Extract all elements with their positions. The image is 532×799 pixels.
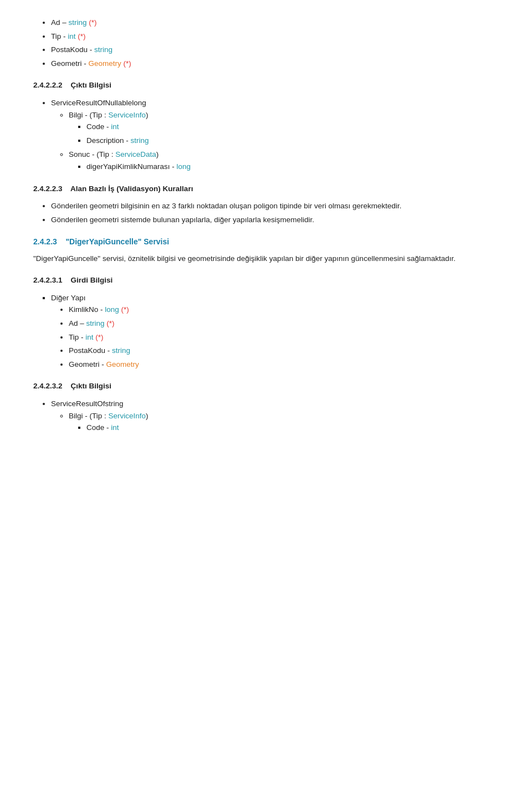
tip-item: Tip - int (*) — [69, 331, 499, 344]
geometri-item: Geometri - Geometry — [69, 358, 499, 371]
list-item-service: ServiceResultOfNullablelong Bilgi - (Tip… — [51, 97, 499, 173]
code-type: int — [111, 122, 119, 131]
list-item: Tip - int (*) — [51, 30, 499, 43]
tip-label: Tip — [69, 333, 79, 341]
bilgi-bottom-sub-list: Code - int — [86, 422, 499, 434]
section-2422: 2.4.2.2.2 Çıktı Bilgisi ServiceResultOfN… — [33, 79, 499, 172]
kimlikno-item: KimlikNo - long (*) — [69, 304, 499, 316]
sonuc-tip-label: (Tip : — [96, 150, 115, 158]
field-label: Geometri — [51, 59, 82, 68]
field-type: Geometry — [89, 59, 121, 68]
bilgi-tip-value: ServiceInfo — [109, 111, 146, 119]
field-type: string — [69, 18, 87, 27]
bilgi-bottom-tip-close: ) — [146, 412, 149, 420]
list-item: Geometri - Geometry (*) — [51, 58, 499, 70]
cikti-top-list: ServiceResultOfNullablelong Bilgi - (Tip… — [51, 97, 499, 173]
bilgi-tip-label: (Tip : — [90, 111, 109, 119]
postakodu-label: PostaKodu — [69, 346, 105, 355]
bilgi-item: Bilgi - (Tip : ServiceInfo) Code - int D… — [69, 109, 499, 147]
geometri-label: Geometri — [69, 360, 100, 368]
geometri-sep: - — [101, 360, 106, 368]
bilgi-bottom-sep: - — [85, 412, 89, 420]
desc-label: Description — [86, 136, 124, 145]
section-2423-heading: 2.4.2.3 "DigerYapiGuncelle" Servisi — [33, 235, 499, 248]
field-label: PostaKodu — [51, 45, 88, 54]
section-24232: 2.4.2.3.2 Çıktı Bilgisi ServiceResultOfs… — [33, 380, 499, 433]
postakodu-sep: - — [108, 346, 112, 355]
field-sep: – — [62, 18, 68, 27]
section-number: 2.4.2.3 — [33, 237, 57, 246]
section-24223: 2.4.2.2.3 Alan Bazlı İş (Validasyon) Kur… — [33, 183, 499, 226]
section-24223-heading: 2.4.2.2.3 Alan Bazlı İş (Validasyon) Kur… — [33, 183, 499, 195]
list-item: PostaKodu - string — [51, 44, 499, 56]
bilgi-bottom-tip-value: ServiceInfo — [109, 412, 146, 420]
top-bullet-list: Ad – string (*) Tip - int (*) PostaKodu … — [51, 17, 499, 69]
geometri-type: Geometry — [106, 360, 139, 368]
field-label: Tip — [51, 32, 61, 40]
bilgi-bottom-item: Bilgi - (Tip : ServiceInfo) Code - int — [69, 410, 499, 434]
field-label: Ad — [51, 18, 60, 27]
section-24231: 2.4.2.3.1 Girdi Bilgisi Diğer Yapı Kimli… — [33, 274, 499, 370]
section-number: 2.4.2.2.2 — [33, 81, 63, 89]
field-sep: - — [90, 45, 94, 54]
bilgi-sub-list: Code - int Description - string — [86, 121, 499, 146]
section-title: Alan Bazlı İş (Validasyon) Kuralları — [70, 185, 193, 193]
section-number: 2.4.2.3.2 — [33, 382, 63, 390]
field-type: int — [68, 32, 75, 40]
cikti-bottom-list: ServiceResultOfstring Bilgi - (Tip : Ser… — [51, 398, 499, 434]
service-name: ServiceResultOfNullablelong — [51, 99, 146, 107]
section-title: Girdi Bilgisi — [71, 276, 113, 284]
section-title: "DigerYapiGuncelle" Servisi — [65, 237, 169, 246]
tip-required: (*) — [95, 333, 103, 341]
diger-yapi-item: Diğer Yapı KimlikNo - long (*) Ad – stri… — [51, 292, 499, 371]
section-2423: 2.4.2.3 "DigerYapiGuncelle" Servisi "Dig… — [33, 235, 499, 264]
kimlik-item: digerYapiKimlikNumarası - long — [86, 161, 499, 173]
section-title: Çıktı Bilgisi — [71, 382, 112, 390]
code-bottom-item: Code - int — [86, 422, 499, 434]
service-result-string-item: ServiceResultOfstring Bilgi - (Tip : Ser… — [51, 398, 499, 434]
section-title: Çıktı Bilgisi — [71, 81, 112, 89]
kimlik-sep: - — [172, 162, 176, 171]
code-bottom-type: int — [111, 423, 119, 432]
servis-para: "DigerYapiGuncelle" servisi, öznitelik b… — [33, 253, 499, 265]
girdi-main-list: Diğer Yapı KimlikNo - long (*) Ad – stri… — [51, 292, 499, 371]
sonuc-item: Sonuc - (Tip : ServiceData) digerYapiKim… — [69, 148, 499, 172]
postakodu-item: PostaKodu - string — [69, 345, 499, 357]
validasyon-item-2: Gönderilen geometri sistemde bulunan yap… — [51, 214, 499, 226]
description-item: Description - string — [86, 135, 499, 147]
girdi-sub-list: KimlikNo - long (*) Ad – string (*) Tip … — [69, 304, 499, 370]
field-type: string — [94, 45, 112, 54]
servis-para-text: "DigerYapiGuncelle" servisi, öznitelik b… — [33, 254, 456, 263]
tip-type: int — [85, 333, 93, 341]
bilgi-bottom-list: Bilgi - (Tip : ServiceInfo) Code - int — [69, 410, 499, 434]
bilgi-list: Bilgi - (Tip : ServiceInfo) Code - int D… — [69, 109, 499, 173]
bilgi-tip-close: ) — [146, 111, 149, 119]
ad-type: string — [86, 319, 105, 327]
postakodu-type: string — [112, 346, 130, 355]
section-2422-heading: 2.4.2.2.2 Çıktı Bilgisi — [33, 79, 499, 91]
sonuc-tip-value: ServiceData — [115, 150, 156, 158]
field-required: (*) — [78, 32, 85, 40]
list-item: Ad – string (*) — [51, 17, 499, 29]
validasyon-text-1: Gönderilen geometri bilgisinin en az 3 f… — [51, 202, 402, 210]
kimlikno-required: (*) — [121, 305, 129, 314]
section-24232-heading: 2.4.2.3.2 Çıktı Bilgisi — [33, 380, 499, 392]
field-required: (*) — [89, 18, 96, 27]
validasyon-list: Gönderilen geometri bilgisinin en az 3 f… — [51, 200, 499, 226]
sonuc-tip-close: ) — [156, 150, 159, 158]
section-number: 2.4.2.3.1 — [33, 276, 63, 284]
kimlik-label: digerYapiKimlikNumarası — [86, 162, 170, 171]
sonuc-label: Sonuc — [69, 150, 90, 158]
kimlikno-label: KimlikNo — [69, 305, 98, 314]
bilgi-bottom-label: Bilgi — [69, 412, 83, 420]
code-item: Code - int — [86, 121, 499, 133]
section-24231-heading: 2.4.2.3.1 Girdi Bilgisi — [33, 274, 499, 286]
kimlik-type: long — [177, 162, 191, 171]
diger-yapi-label: Diğer Yapı — [51, 294, 86, 302]
ad-item: Ad – string (*) — [69, 317, 499, 330]
validasyon-item-1: Gönderilen geometri bilgisinin en az 3 f… — [51, 200, 499, 212]
bilgi-label: Bilgi — [69, 111, 83, 119]
ad-sep: – — [80, 319, 86, 327]
top-bullet-section: Ad – string (*) Tip - int (*) PostaKodu … — [33, 17, 499, 69]
code-bottom-label: Code — [86, 423, 104, 432]
